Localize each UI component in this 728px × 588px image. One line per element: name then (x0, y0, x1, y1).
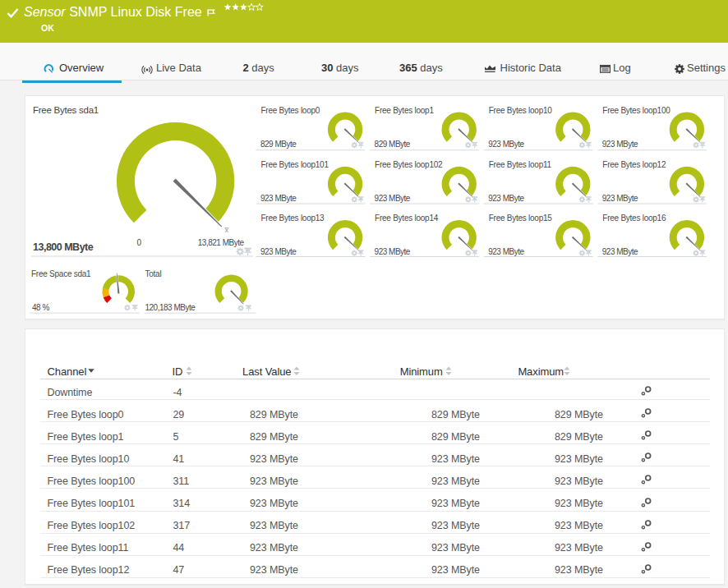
svg-text:x̅: x̅ (224, 226, 229, 234)
